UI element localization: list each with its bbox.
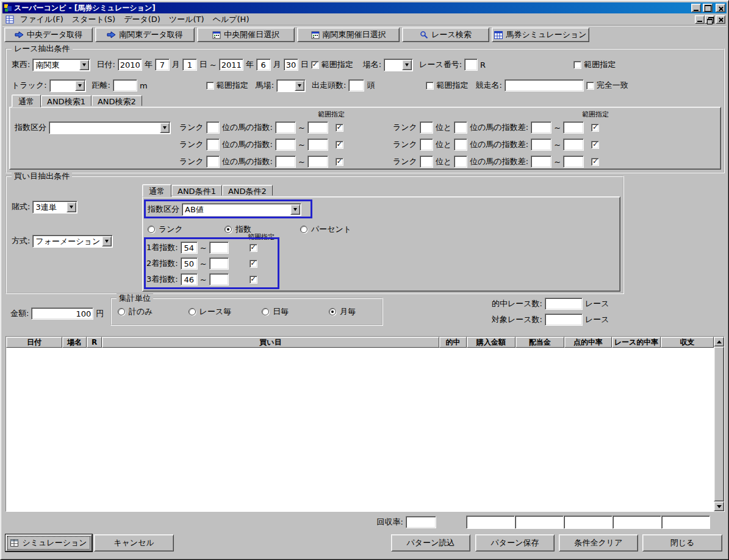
race-number-input[interactable] (464, 59, 478, 71)
radio-rank[interactable] (148, 226, 155, 233)
finish1-range-checkbox[interactable] (250, 244, 257, 252)
radio-percent[interactable] (300, 226, 307, 233)
menu-start[interactable]: スタート(S) (68, 13, 120, 26)
scroll-down-button[interactable] (714, 501, 724, 511)
menu-tools[interactable]: ツール(T) (165, 13, 209, 26)
diff-from-input[interactable] (531, 156, 551, 168)
diff-rank1-input[interactable] (420, 138, 433, 151)
race-tab-and2[interactable]: AND検索2 (92, 95, 142, 106)
race-tab-and1[interactable]: AND検索1 (41, 95, 92, 106)
radio-per-race[interactable] (189, 308, 196, 315)
rank-index-to-input[interactable] (307, 156, 328, 168)
exact-match-checkbox[interactable] (586, 82, 594, 90)
simulation-button[interactable]: シミュレーション (5, 534, 92, 551)
finish2-from-input[interactable] (181, 257, 198, 270)
finish2-range-checkbox[interactable] (250, 260, 257, 268)
mdi-minimize-button[interactable] (695, 15, 705, 24)
rank-index-range-checkbox[interactable] (336, 158, 343, 166)
finish3-range-checkbox[interactable] (250, 276, 257, 284)
chevron-down-icon[interactable] (290, 204, 300, 215)
race-number-range-checkbox[interactable] (573, 61, 581, 69)
chevron-down-icon[interactable] (102, 236, 112, 246)
bet-tab-and2[interactable]: AND条件2 (222, 185, 273, 196)
recovery-rate-input[interactable] (406, 516, 436, 528)
distance-range-checkbox[interactable] (206, 82, 214, 90)
date-to-year-input[interactable] (219, 59, 243, 71)
radio-total-only[interactable] (118, 308, 125, 315)
col-r[interactable]: R (87, 337, 102, 348)
scroll-up-button[interactable] (714, 337, 724, 346)
radio-index[interactable] (224, 226, 232, 233)
bet-tab-normal[interactable]: 通常 (142, 184, 171, 197)
radio-per-day[interactable] (262, 308, 269, 315)
bet-tab-and1[interactable]: AND条件1 (171, 185, 222, 196)
load-pattern-button[interactable]: パターン読込 (391, 534, 470, 551)
diff-rank1-input[interactable] (420, 156, 433, 168)
date-from-year-input[interactable] (118, 59, 142, 71)
rank-input[interactable] (206, 156, 220, 168)
toolbar-simulation-button[interactable]: 馬券シミュレーション (492, 27, 589, 42)
race-index-class-combo[interactable] (49, 121, 171, 134)
menu-help[interactable]: ヘルプ(H) (209, 13, 254, 26)
diff-to-input[interactable] (563, 121, 584, 134)
results-table-body[interactable] (6, 348, 714, 511)
bet-index-class-combo[interactable]: AB値 (182, 203, 301, 216)
diff-rank1-input[interactable] (420, 121, 433, 134)
rank-index-from-input[interactable] (275, 156, 296, 168)
finish1-from-input[interactable] (181, 242, 198, 254)
mdi-close-button[interactable] (716, 15, 725, 24)
finish3-to-input[interactable] (209, 273, 229, 285)
track-combo[interactable] (49, 79, 86, 92)
col-balance[interactable]: 収支 (661, 337, 714, 348)
col-bet[interactable]: 買い目 (102, 337, 439, 348)
diff-range-checkbox[interactable] (591, 124, 599, 132)
vertical-scrollbar[interactable] (714, 337, 724, 511)
finish3-from-input[interactable] (181, 273, 198, 285)
chevron-down-icon[interactable] (160, 123, 170, 133)
minimize-button[interactable] (691, 4, 701, 12)
diff-rank2-input[interactable] (454, 138, 467, 151)
race-tab-normal[interactable]: 通常 (12, 95, 41, 107)
date-to-day-input[interactable] (284, 59, 298, 71)
scrollbar-thumb[interactable] (714, 346, 724, 501)
rank-index-range-checkbox[interactable] (336, 141, 343, 149)
col-purchase[interactable]: 購入金額 (467, 337, 515, 348)
east-west-combo[interactable]: 南関東 (32, 59, 90, 71)
clear-all-conditions-button[interactable]: 条件全クリア (559, 534, 638, 551)
runners-input[interactable] (348, 79, 364, 92)
finish1-to-input[interactable] (209, 242, 229, 254)
col-point-hit-rate[interactable]: 点的中率 (564, 337, 612, 348)
close-window-button[interactable]: 閉じる (642, 534, 722, 551)
close-button[interactable] (716, 4, 725, 12)
date-from-day-input[interactable] (182, 59, 197, 71)
chevron-down-icon[interactable] (66, 202, 76, 212)
chevron-down-icon[interactable] (79, 60, 89, 70)
toolbar-minamikanto-data-button[interactable]: 南関東データ取得 (95, 27, 195, 42)
race-name-input[interactable] (505, 79, 584, 92)
toolbar-central-dates-button[interactable]: 中央開催日選択 (197, 27, 295, 42)
rank-index-from-input[interactable] (275, 138, 296, 151)
runners-range-checkbox[interactable] (426, 82, 434, 90)
diff-from-input[interactable] (531, 138, 551, 151)
chevron-down-icon[interactable] (75, 81, 85, 91)
col-hit[interactable]: 的中 (439, 337, 467, 348)
place-combo[interactable] (384, 59, 413, 71)
date-from-month-input[interactable] (155, 59, 170, 71)
rank-input[interactable] (206, 138, 220, 151)
rank-index-to-input[interactable] (307, 121, 328, 134)
mdi-document-icon[interactable] (5, 15, 14, 24)
menu-file[interactable]: ファイル(F) (16, 13, 68, 26)
diff-from-input[interactable] (531, 121, 551, 134)
toolbar-minamikanto-dates-button[interactable]: 南関東開催日選択 (297, 27, 400, 42)
col-race-hit-rate[interactable]: レース的中率 (612, 337, 661, 348)
method-combo[interactable]: フォーメーション (32, 235, 113, 248)
diff-to-input[interactable] (563, 138, 584, 151)
chevron-down-icon[interactable] (402, 60, 412, 70)
rank-index-from-input[interactable] (275, 121, 296, 134)
radio-per-month[interactable] (329, 308, 336, 315)
maximize-button[interactable] (703, 4, 713, 12)
cancel-button[interactable]: キャンセル (94, 534, 174, 551)
diff-range-checkbox[interactable] (591, 158, 599, 166)
distance-input[interactable] (113, 79, 137, 92)
date-range-checkbox[interactable] (311, 61, 319, 69)
